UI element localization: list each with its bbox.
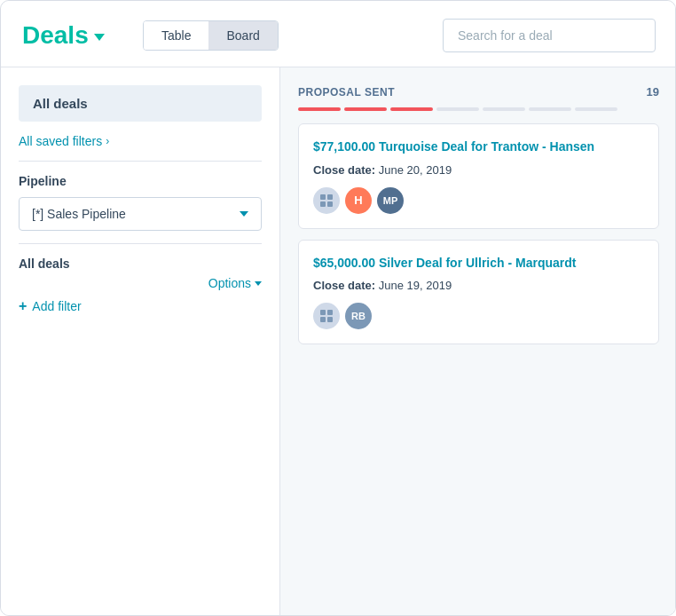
avatar-grid-icon-1 — [313, 187, 340, 214]
add-filter-label: Add filter — [32, 299, 81, 313]
grid-svg-2 — [319, 309, 334, 323]
deal-title-2[interactable]: $65,000.00 Silver Deal for Ullrich - Mar… — [313, 255, 644, 272]
deal-avatars-1: H MP — [313, 187, 644, 214]
search-container — [443, 19, 656, 52]
page-title: Deals — [22, 21, 89, 50]
column-title: PROPOSAL SENT — [298, 86, 395, 99]
svg-rect-2 — [320, 201, 326, 207]
deal-avatars-2: RB — [313, 303, 644, 329]
close-date-value-2: June 19, 2019 — [379, 279, 452, 292]
svg-rect-7 — [327, 317, 333, 322]
deal-card-2[interactable]: $65,000.00 Silver Deal for Ullrich - Mar… — [298, 240, 659, 345]
progress-seg-7 — [575, 107, 617, 111]
options-row: Options — [19, 276, 262, 290]
saved-filters-link[interactable]: All saved filters › — [19, 134, 262, 162]
title-dropdown-icon[interactable] — [94, 34, 105, 41]
svg-rect-6 — [320, 317, 326, 322]
progress-seg-1 — [298, 107, 341, 111]
svg-rect-1 — [327, 194, 333, 200]
main-content: All deals All saved filters › Pipeline [… — [1, 67, 676, 616]
table-view-button[interactable]: Table — [144, 21, 208, 50]
avatar-mp-1: MP — [377, 187, 404, 214]
saved-filters-label: All saved filters — [19, 134, 102, 148]
sidebar-all-deals[interactable]: All deals — [19, 85, 262, 122]
avatar-grid-icon-2 — [313, 303, 340, 329]
progress-seg-5 — [483, 107, 525, 111]
search-input[interactable] — [443, 19, 656, 52]
svg-rect-0 — [320, 194, 326, 200]
header-title-area: Deals — [22, 21, 129, 50]
app-container: Deals Table Board All deals All saved fi… — [1, 1, 676, 616]
options-button[interactable]: Options — [208, 276, 262, 290]
pipeline-selected-value: [*] Sales Pipeline — [32, 207, 126, 221]
progress-seg-2 — [344, 107, 387, 111]
svg-rect-4 — [320, 310, 326, 315]
saved-filters-chevron-icon: › — [106, 135, 109, 147]
pipeline-select-wrapper: [*] Sales Pipeline — [19, 197, 262, 231]
close-date-value-1: June 20, 2019 — [379, 163, 452, 177]
all-deals-filter-section: All deals Options — [19, 257, 262, 299]
svg-rect-5 — [327, 310, 333, 315]
header: Deals Table Board — [1, 1, 676, 67]
pipeline-select[interactable]: [*] Sales Pipeline — [19, 197, 262, 231]
add-filter-button[interactable]: + Add filter — [19, 299, 262, 313]
close-date-label-1: Close date: — [313, 163, 375, 177]
grid-svg-1 — [319, 193, 334, 208]
column-header: PROPOSAL SENT 19 — [298, 85, 659, 99]
view-toggle: Table Board — [143, 20, 279, 51]
pipeline-label: Pipeline — [19, 174, 262, 188]
progress-seg-4 — [436, 107, 479, 111]
avatar-hubspot-1: H — [345, 187, 372, 214]
progress-seg-6 — [529, 107, 571, 111]
sidebar: All deals All saved filters › Pipeline [… — [1, 67, 280, 616]
svg-rect-3 — [327, 201, 333, 207]
pipeline-chevron-icon — [240, 211, 248, 217]
column-count: 19 — [647, 85, 659, 99]
progress-bar — [298, 107, 659, 111]
deal-title-1[interactable]: $77,100.00 Turquoise Deal for Trantow - … — [313, 138, 644, 156]
deal-close-date-2: Close date: June 19, 2019 — [313, 279, 644, 292]
deal-close-date-1: Close date: June 20, 2019 — [313, 163, 644, 177]
options-chevron-icon — [255, 281, 262, 286]
options-label: Options — [208, 276, 251, 290]
board-area: PROPOSAL SENT 19 $77,100.00 Turquoise De… — [280, 67, 676, 616]
plus-icon: + — [19, 299, 27, 313]
deal-card-1[interactable]: $77,100.00 Turquoise Deal for Trantow - … — [298, 123, 659, 229]
progress-seg-3 — [390, 107, 433, 111]
board-view-button[interactable]: Board — [208, 21, 277, 50]
close-date-label-2: Close date: — [313, 279, 375, 292]
all-deals-filter-label: All deals — [19, 257, 262, 271]
pipeline-section: Pipeline [*] Sales Pipeline — [19, 174, 262, 244]
avatar-rb-1: RB — [345, 303, 372, 329]
